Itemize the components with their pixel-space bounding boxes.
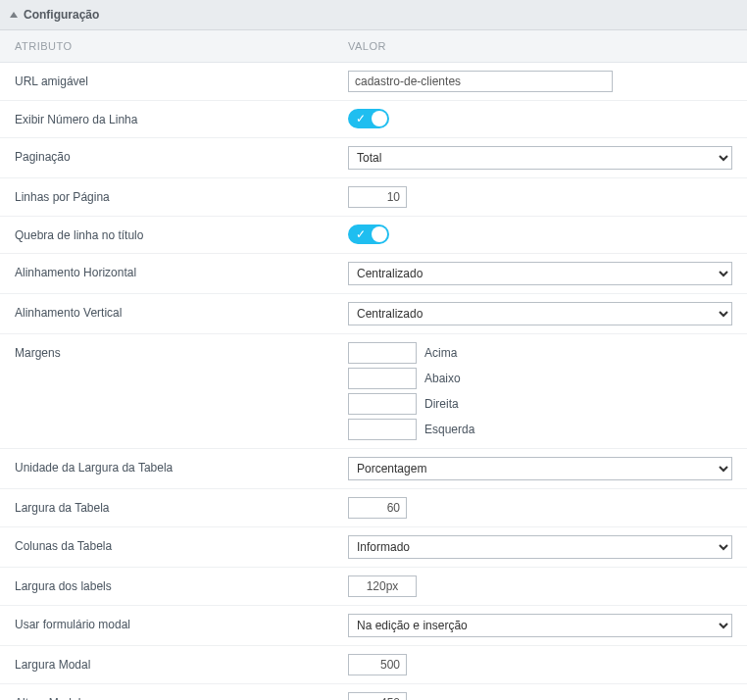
label-largura-labels: Largura dos labels (15, 575, 348, 593)
row-exibir-numero-linha: Exibir Número da Linha ✓ (0, 101, 747, 138)
row-largura-modal: Largura Modal (0, 646, 747, 684)
row-url-amigavel: URL amigável (0, 63, 747, 101)
select-paginacao[interactable]: Total (348, 146, 732, 170)
triangle-up-icon (10, 12, 18, 18)
input-url-amigavel[interactable] (348, 71, 613, 92)
row-alinhamento-vertical: Alinhamento Vertical Centralizado (0, 294, 747, 334)
label-paginacao: Paginação (15, 146, 348, 164)
input-margin-right[interactable] (348, 393, 417, 415)
label-margens: Margens (15, 342, 348, 360)
input-largura-tabela[interactable] (348, 497, 407, 519)
row-largura-tabela: Largura da Tabela (0, 489, 747, 527)
select-alinhamento-horizontal[interactable]: Centralizado (348, 262, 732, 285)
row-margens: Margens Acima Abaixo Direita Esquerda (0, 334, 747, 449)
row-colunas-tabela: Colunas da Tabela Informado (0, 527, 747, 568)
column-header-valor: VALOR (348, 40, 732, 52)
select-unidade-largura-tabela[interactable]: Porcentagem (348, 457, 732, 480)
label-margin-right: Direita (424, 397, 459, 411)
label-margin-top: Acima (424, 346, 457, 360)
row-alinhamento-horizontal: Alinhamento Horizontal Centralizado (0, 254, 747, 294)
row-usar-formulario-modal: Usar formulário modal Na edição e inserç… (0, 606, 747, 646)
label-largura-modal: Largura Modal (15, 654, 348, 672)
row-unidade-largura-tabela: Unidade da Largura da Tabela Porcentagem (0, 449, 747, 489)
label-largura-tabela: Largura da Tabela (15, 497, 348, 515)
label-alinhamento-vertical: Alinhamento Vertical (15, 302, 348, 320)
label-url-amigavel: URL amigável (15, 71, 348, 88)
label-usar-formulario-modal: Usar formulário modal (15, 614, 348, 631)
row-largura-labels: Largura dos labels (0, 568, 747, 606)
row-altura-modal: Altura Modal (0, 684, 747, 700)
label-colunas-tabela: Colunas da Tabela (15, 535, 348, 553)
label-exibir-numero-linha: Exibir Número da Linha (15, 109, 348, 126)
toggle-quebra-linha-titulo[interactable]: ✓ (348, 225, 389, 244)
check-icon: ✓ (356, 112, 366, 125)
row-paginacao: Paginação Total (0, 138, 747, 178)
input-margin-left[interactable] (348, 419, 417, 440)
select-usar-formulario-modal[interactable]: Na edição e inserção (348, 614, 732, 637)
input-altura-modal[interactable] (348, 692, 407, 700)
check-icon: ✓ (356, 227, 366, 241)
label-margin-left: Esquerda (424, 423, 474, 436)
label-unidade-largura-tabela: Unidade da Largura da Tabela (15, 457, 348, 475)
input-linhas-por-pagina[interactable] (348, 186, 407, 208)
columns-header: ATRIBUTO VALOR (0, 30, 747, 63)
toggle-knob (372, 111, 387, 126)
panel-header[interactable]: Configuração (0, 0, 747, 30)
panel-title: Configuração (24, 8, 99, 22)
label-quebra-linha-titulo: Quebra de linha no título (15, 225, 348, 242)
label-linhas-por-pagina: Linhas por Página (15, 186, 348, 204)
toggle-knob (372, 226, 387, 242)
margin-right-row: Direita (348, 393, 732, 415)
row-quebra-linha-titulo: Quebra de linha no título ✓ (0, 217, 747, 254)
input-largura-labels[interactable] (348, 575, 417, 597)
margin-top-row: Acima (348, 342, 732, 364)
row-linhas-por-pagina: Linhas por Página (0, 178, 747, 217)
toggle-exibir-numero-linha[interactable]: ✓ (348, 109, 389, 128)
label-margin-bottom: Abaixo (424, 372, 461, 385)
select-colunas-tabela[interactable]: Informado (348, 535, 732, 559)
label-altura-modal: Altura Modal (15, 692, 348, 700)
label-alinhamento-horizontal: Alinhamento Horizontal (15, 262, 348, 279)
margin-left-row: Esquerda (348, 419, 732, 440)
select-alinhamento-vertical[interactable]: Centralizado (348, 302, 732, 325)
margin-bottom-row: Abaixo (348, 368, 732, 389)
column-header-atributo: ATRIBUTO (15, 40, 348, 52)
input-margin-top[interactable] (348, 342, 417, 364)
input-largura-modal[interactable] (348, 654, 407, 675)
input-margin-bottom[interactable] (348, 368, 417, 389)
